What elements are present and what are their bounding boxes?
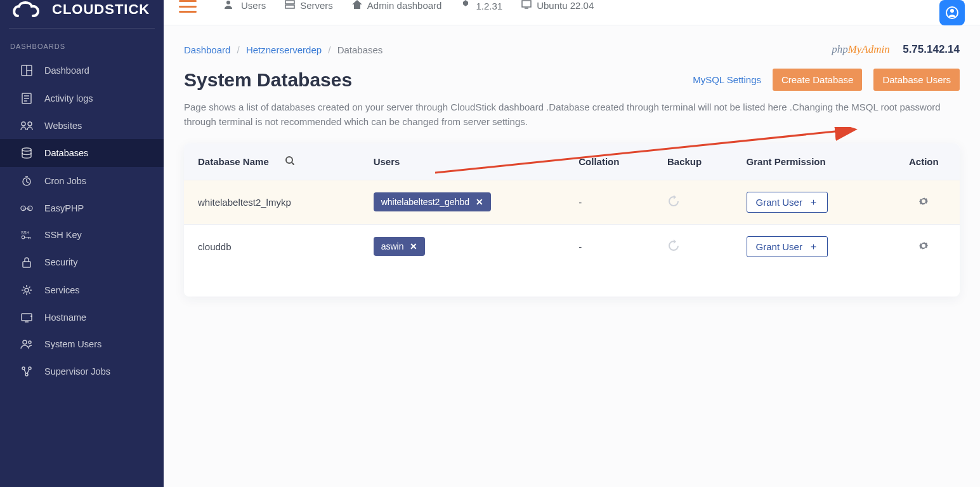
svg-line-38 [292,163,294,165]
svg-text:SSH: SSH [21,230,29,235]
sidebar: CLOUDSTICK DASHBOARDS Dashboard Activity… [0,0,164,487]
col-database-name: Database Name [184,143,365,180]
cell-backup [658,224,738,269]
col-action: Action [888,143,960,180]
card-footer [184,269,960,297]
backup-history-icon[interactable] [667,199,680,210]
sidebar-item-system-users[interactable]: System Users [0,331,164,357]
cron-icon [20,175,33,187]
sidebar-item-supervisor-jobs[interactable]: Supervisor Jobs [0,357,164,385]
user-chip: whitelabeltest2_gehbd✕ [374,192,491,211]
sidebar-item-label: System Users [44,339,101,349]
gear-icon[interactable] [918,197,929,208]
supervisor-icon [20,366,33,377]
database-icon [20,147,33,159]
avatar[interactable] [939,0,965,25]
svg-point-8 [28,122,32,126]
sidebar-item-security[interactable]: Security [0,248,164,276]
title-row: System Databases MySQL Settings Create D… [184,69,960,91]
divider [9,28,155,29]
sidebar-item-databases[interactable]: Databases [0,139,164,167]
sidebar-item-services[interactable]: Services [0,276,164,304]
sidebar-item-activity-logs[interactable]: Activity logs [0,84,164,112]
plus-icon: ＋ [809,241,818,253]
col-backup: Backup [658,143,738,180]
sidebar-item-websites[interactable]: Websites [0,112,164,139]
logs-icon [20,93,33,104]
menu-toggle-button[interactable] [179,0,197,13]
sidebar-item-label: SSH Key [44,230,82,240]
svg-point-37 [286,157,292,163]
backup-history-icon[interactable] [667,243,680,254]
top-users[interactable]: Users [225,0,266,11]
svg-point-35 [950,9,954,13]
svg-point-29 [226,1,230,4]
sidebar-item-label: Websites [44,121,82,131]
col-users: Users [365,143,570,180]
sidebar-item-ssh-key[interactable]: SSHSSH Key [0,222,164,248]
sidebar-nav: Dashboard Activity logs Websites Databas… [0,57,164,385]
user-chip: aswin✕ [374,237,426,256]
breadcrumb-sep: / [233,44,244,55]
sidebar-item-label: Activity logs [44,93,93,103]
main: Users Servers Admin dashboard 1.2.31 Ubu… [164,0,980,487]
cell-users: whitelabeltest2_gehbd✕ [365,180,570,224]
sidebar-item-label: Cron Jobs [44,176,86,186]
topbar-right [939,0,965,25]
top-admin-label: Admin dashboard [367,0,442,11]
search-icon[interactable] [285,156,294,167]
remove-user-icon[interactable]: ✕ [476,197,483,207]
svg-point-26 [22,367,25,370]
svg-point-27 [29,367,31,370]
svg-point-24 [23,340,27,344]
home-icon [352,0,362,11]
cell-db-name: clouddb [184,224,365,269]
gear-icon[interactable] [918,242,929,253]
hostname-icon [20,312,33,323]
databases-table-card: Database Name Users Collation Backup Gra… [184,143,960,297]
grant-label: Grant User [756,197,802,208]
breadcrumb-server[interactable]: Hetznerserverdep [246,44,322,55]
svg-point-15 [22,236,25,239]
top-servers-label: Servers [300,0,333,11]
websites-icon [20,121,33,131]
sidebar-item-label: Security [44,257,77,267]
svg-rect-31 [285,5,294,8]
create-database-button[interactable]: Create Database [773,69,862,91]
top-servers[interactable]: Servers [285,0,333,11]
top-admin-dashboard[interactable]: Admin dashboard [352,0,442,11]
database-users-button[interactable]: Database Users [873,69,960,91]
sidebar-item-label: Services [44,285,80,295]
services-icon [20,284,33,296]
sidebar-item-hostname[interactable]: Hostname [0,304,164,331]
top-os: Ubuntu 22.04 [521,0,594,11]
title-actions: MySQL Settings Create Database Database … [693,69,960,91]
topbar: Users Servers Admin dashboard 1.2.31 Ubu… [164,0,980,25]
grant-user-button[interactable]: Grant User＋ [747,192,828,213]
breadcrumb-dashboard[interactable]: Dashboard [184,44,230,55]
cell-collation: - [570,224,658,269]
brand-text: CLOUDSTICK [52,1,150,18]
phpmyadmin-link[interactable]: phpMyAdmin [832,43,890,55]
remove-user-icon[interactable]: ✕ [410,241,417,251]
users-icon [225,0,236,11]
sidebar-item-label: EasyPHP [44,203,84,213]
sidebar-item-label: Hostname [44,312,86,323]
cell-action [888,224,960,269]
sidebar-item-cron-jobs[interactable]: Cron Jobs [0,167,164,195]
cell-grant: Grant User＋ [738,224,888,269]
sidebar-item-dashboard[interactable]: Dashboard [0,57,164,84]
grant-label: Grant User [756,241,802,252]
svg-point-20 [25,288,29,292]
logo[interactable]: CLOUDSTICK [0,0,164,28]
sidebar-item-label: Dashboard [44,65,89,76]
pma-myadmin: MyAdmin [848,43,890,55]
sidebar-item-easyphp[interactable]: PHPEasyPHP [0,195,164,222]
svg-rect-30 [285,1,294,4]
breadcrumb-row: Dashboard / Hetznerserverdep / Databases… [184,43,960,56]
mysql-settings-link[interactable]: MySQL Settings [693,74,761,85]
col-label: Database Name [198,156,269,167]
breadcrumb: Dashboard / Hetznerserverdep / Databases [184,44,382,55]
grant-user-button[interactable]: Grant User＋ [747,236,828,257]
php-icon: PHP [20,203,33,213]
